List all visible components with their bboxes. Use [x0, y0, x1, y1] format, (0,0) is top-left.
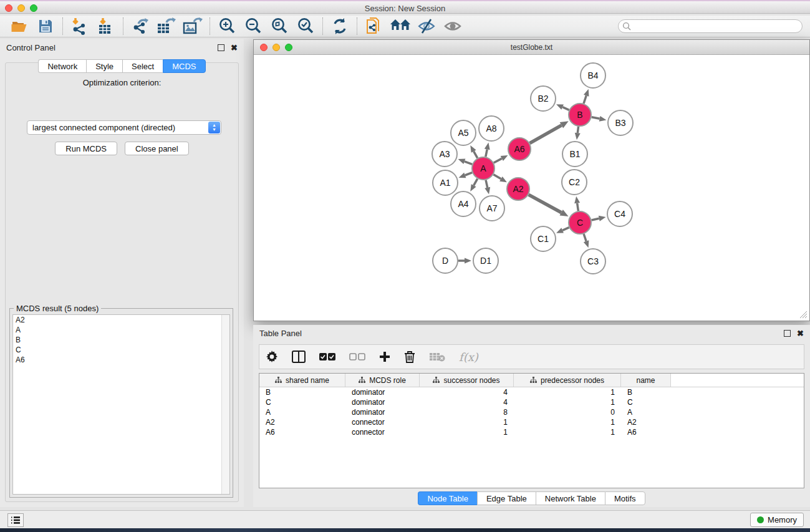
hide-details-button[interactable]	[413, 16, 440, 36]
node-table[interactable]: shared nameMCDS rolesuccessor nodesprede…	[259, 373, 804, 488]
zoom-fit-button[interactable]	[266, 16, 292, 36]
table-cell[interactable]: A2	[259, 417, 345, 427]
graph-node-D1[interactable]: D1	[473, 248, 498, 273]
open-file-button[interactable]	[6, 16, 32, 36]
column-header-predecessor-nodes[interactable]: predecessor nodes	[514, 374, 621, 387]
graph-node-D[interactable]: D	[433, 248, 458, 273]
table-row[interactable]: A6connector11A6	[259, 427, 804, 437]
edge-C-C1[interactable]	[562, 228, 569, 231]
tab-motifs[interactable]: Motifs	[605, 491, 645, 505]
scrollbar-track[interactable]	[221, 315, 229, 494]
delete-table-button[interactable]	[429, 352, 445, 362]
save-session-button[interactable]	[32, 16, 59, 36]
table-cell[interactable]: connector	[345, 417, 420, 427]
table-cell[interactable]: dominator	[345, 397, 420, 407]
table-cell[interactable]: A	[621, 407, 671, 417]
table-cell[interactable]: A	[259, 407, 345, 417]
mcds-result-item[interactable]: B	[13, 335, 229, 345]
graph-node-B4[interactable]: B4	[581, 63, 605, 88]
show-details-button[interactable]	[440, 16, 466, 36]
network-canvas[interactable]: AA6A2BCA1A3A4A5A7A8B1B2B3B4C1C2C3C4DD1	[255, 56, 808, 319]
edge-A-A1[interactable]	[465, 173, 472, 175]
tab-mcds[interactable]: MCDS	[163, 59, 205, 73]
edge-A-A6[interactable]	[494, 158, 502, 163]
column-header-MCDS-role[interactable]: MCDS role	[345, 374, 420, 387]
table-cell[interactable]: 1	[514, 397, 621, 407]
tab-node-table[interactable]: Node Table	[418, 491, 477, 505]
split-table-view-button[interactable]	[292, 351, 306, 363]
hide-all-columns-button[interactable]	[349, 352, 365, 361]
graph-node-B[interactable]: B	[569, 104, 591, 126]
zoom-in-button[interactable]	[214, 16, 240, 36]
edge-A2-C[interactable]	[529, 195, 561, 213]
mcds-result-item[interactable]: A2	[13, 315, 229, 325]
export-table-button[interactable]	[153, 16, 180, 36]
import-table-button[interactable]	[93, 16, 119, 36]
tab-style[interactable]: Style	[86, 59, 122, 73]
tab-select[interactable]: Select	[122, 59, 163, 73]
table-cell[interactable]: dominator	[345, 387, 420, 397]
graph-node-C1[interactable]: C1	[531, 226, 556, 251]
mcds-result-item[interactable]: C	[13, 345, 229, 355]
table-row[interactable]: Bdominator41B	[259, 387, 804, 397]
edge-C-C4[interactable]	[592, 218, 599, 220]
table-row[interactable]: Adominator80A	[259, 407, 804, 417]
graph-node-C4[interactable]: C4	[607, 201, 632, 226]
table-row[interactable]: A2connector11A2	[259, 417, 804, 427]
mcds-result-item[interactable]: A	[13, 325, 229, 335]
memory-button[interactable]: Memory	[750, 513, 804, 527]
float-panel-icon[interactable]	[218, 44, 224, 51]
table-cell[interactable]: dominator	[345, 407, 420, 417]
close-panel-icon[interactable]: ✖	[231, 44, 238, 51]
home-layout-button[interactable]	[387, 16, 413, 36]
float-table-panel-icon[interactable]	[784, 330, 791, 337]
graph-node-B2[interactable]: B2	[531, 86, 556, 111]
tab-network-table[interactable]: Network Table	[536, 491, 605, 505]
table-cell[interactable]: B	[621, 387, 671, 397]
column-header-shared-name[interactable]: shared name	[259, 374, 345, 387]
zoom-out-button[interactable]	[240, 16, 266, 36]
task-history-button[interactable]	[7, 513, 24, 527]
graph-node-B1[interactable]: B1	[562, 142, 587, 167]
column-header-successor-nodes[interactable]: successor nodes	[420, 374, 514, 387]
criterion-select[interactable]: largest connected component (directed) ▲…	[27, 120, 221, 135]
delete-column-button[interactable]	[404, 351, 415, 363]
graph-node-C3[interactable]: C3	[581, 249, 605, 274]
table-cell[interactable]: C	[259, 397, 345, 407]
edge-A-A3[interactable]	[465, 162, 472, 165]
graph-node-C[interactable]: C	[569, 211, 591, 234]
graph-node-A1[interactable]: A1	[433, 170, 458, 195]
column-header-name[interactable]: name	[621, 374, 671, 387]
table-cell[interactable]: 1	[420, 417, 514, 427]
table-cell[interactable]: 0	[514, 407, 621, 417]
graph-node-A4[interactable]: A4	[451, 191, 476, 216]
table-cell[interactable]: A6	[621, 427, 671, 437]
graph-node-A3[interactable]: A3	[432, 142, 457, 167]
edge-A-A8[interactable]	[486, 149, 487, 157]
resize-grip-icon[interactable]	[799, 311, 808, 319]
zoom-selected-button[interactable]	[292, 16, 319, 36]
edge-A-A4[interactable]	[474, 179, 478, 186]
graph-node-A6[interactable]: A6	[508, 138, 531, 160]
table-cell[interactable]: 8	[420, 407, 514, 417]
export-network-button[interactable]	[127, 16, 153, 36]
edge-C-C2[interactable]	[577, 203, 579, 211]
function-builder-button[interactable]: f(x)	[459, 351, 478, 364]
mcds-result-list[interactable]: A2ABCA6	[12, 314, 230, 495]
import-network-button[interactable]	[67, 16, 93, 36]
network-from-file-button[interactable]	[361, 16, 387, 36]
edge-A-A2[interactable]	[493, 175, 501, 179]
graph-node-A5[interactable]: A5	[451, 120, 476, 145]
edge-A-A7[interactable]	[486, 180, 488, 188]
table-cell[interactable]: 1	[420, 427, 514, 437]
graph-node-A8[interactable]: A8	[479, 116, 504, 141]
graph-node-A[interactable]: A	[472, 157, 494, 180]
tab-edge-table[interactable]: Edge Table	[477, 491, 536, 505]
table-cell[interactable]: A2	[621, 417, 671, 427]
show-all-columns-button[interactable]	[319, 352, 335, 361]
table-cell[interactable]: 1	[514, 427, 621, 437]
export-image-button[interactable]	[180, 16, 206, 36]
table-row[interactable]: Cdominator41C	[259, 397, 804, 407]
run-mcds-button[interactable]: Run MCDS	[55, 142, 117, 155]
edge-B-B4[interactable]	[584, 95, 586, 104]
